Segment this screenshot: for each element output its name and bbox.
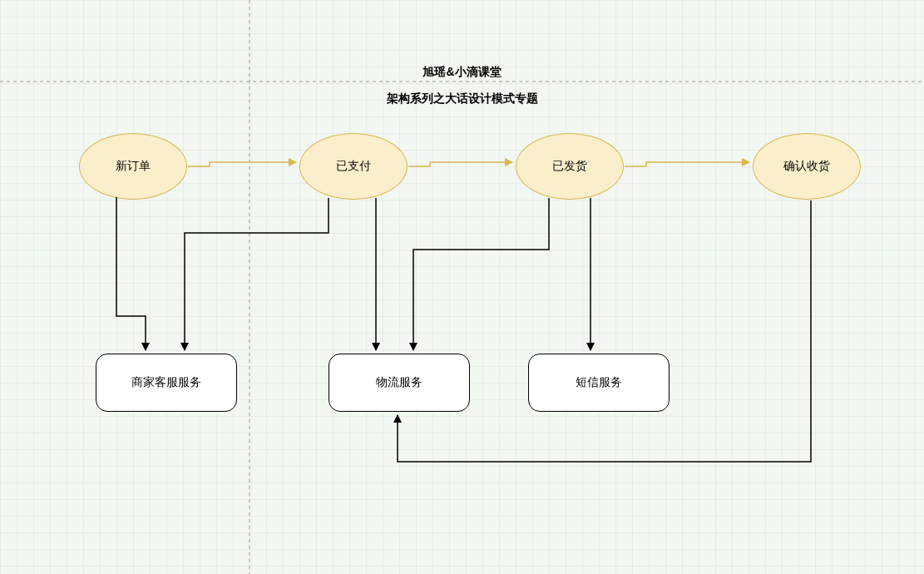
state-label: 已发货 bbox=[552, 159, 587, 174]
state-shipped[interactable]: 已发货 bbox=[516, 133, 624, 200]
service-label: 短信服务 bbox=[576, 375, 622, 390]
arrow-shipped-to-logistics bbox=[413, 198, 549, 350]
state-label: 确认收货 bbox=[783, 159, 830, 174]
arrow-paid-to-cs bbox=[185, 198, 329, 350]
state-label: 新订单 bbox=[116, 159, 151, 174]
state-new-order[interactable]: 新订单 bbox=[79, 133, 187, 200]
state-paid[interactable]: 已支付 bbox=[299, 133, 408, 200]
arrow-paid-to-shipped bbox=[408, 162, 512, 166]
arrow-new-to-paid bbox=[188, 162, 296, 166]
service-sms[interactable]: 短信服务 bbox=[528, 354, 670, 412]
diagram-canvas[interactable]: 旭瑶&小滴课堂 架构系列之大话设计模式专题 新订单 已支付 已发货 确认收货 商… bbox=[0, 0, 924, 574]
state-label: 已支付 bbox=[336, 159, 371, 174]
service-label: 商家客服服务 bbox=[131, 375, 201, 390]
service-merchant-cs[interactable]: 商家客服服务 bbox=[96, 354, 237, 412]
arrows-layer bbox=[0, 0, 924, 574]
page-guides bbox=[0, 0, 924, 574]
arrow-new-to-cs bbox=[116, 197, 146, 350]
diagram-title: 旭瑶&小滴课堂 bbox=[0, 65, 924, 80]
service-logistics[interactable]: 物流服务 bbox=[329, 354, 470, 412]
state-confirmed[interactable]: 确认收货 bbox=[753, 133, 861, 200]
diagram-subtitle: 架构系列之大话设计模式专题 bbox=[0, 92, 924, 106]
arrow-shipped-to-confirmed bbox=[625, 162, 749, 166]
service-label: 物流服务 bbox=[376, 375, 422, 390]
arrow-confirmed-to-logistics bbox=[398, 200, 811, 462]
